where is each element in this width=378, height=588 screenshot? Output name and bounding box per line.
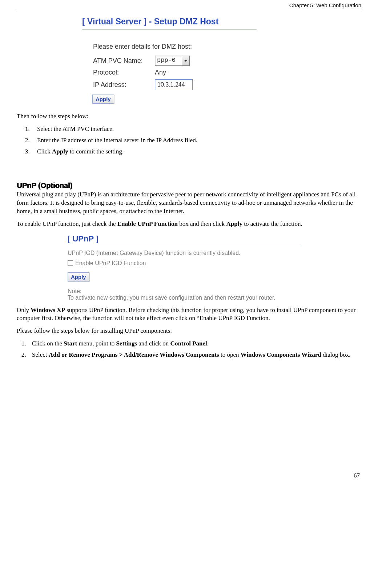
upnp-heading: UPnP (Optional) bbox=[17, 181, 361, 190]
step-a1: Select the ATM PVC interface. bbox=[31, 125, 361, 133]
chevron-down-icon[interactable] bbox=[182, 56, 189, 65]
enable-upnp-label: Enable UPnP IGD Function bbox=[75, 260, 146, 267]
upnp-note-heading: Note: bbox=[68, 288, 322, 295]
upnp-note: To activate new setting, you must save c… bbox=[68, 295, 322, 301]
ip-address-label: IP Address: bbox=[93, 81, 155, 89]
vs-title: [ Virtual Server ] - Setup DMZ Host bbox=[82, 17, 257, 30]
atm-pvc-value: ppp-0 bbox=[155, 56, 182, 65]
step-a2: Enter the IP address of the internal ser… bbox=[31, 136, 361, 145]
atm-pvc-label: ATM PVC Name: bbox=[93, 57, 155, 65]
step-a3: Click Apply to commit the setting. bbox=[31, 148, 361, 156]
ip-address-input[interactable] bbox=[155, 79, 193, 90]
upnp-enable-text: To enable UPnP function, just check the … bbox=[17, 220, 361, 228]
upnp-title: [ UPnP ] bbox=[68, 234, 300, 246]
upnp-description: Universal plug and play (UPnP) is an arc… bbox=[17, 191, 361, 216]
virtual-server-panel: [ Virtual Server ] - Setup DMZ Host Plea… bbox=[82, 17, 257, 104]
intro-then: Then follow the steps below: bbox=[17, 112, 361, 121]
atm-pvc-dropdown[interactable]: ppp-0 bbox=[155, 56, 190, 66]
protocol-label: Protocol: bbox=[93, 69, 155, 76]
vs-prompt: Please enter details for DMZ host: bbox=[93, 43, 192, 51]
steps-list-b: Click on the Start menu, point to Settin… bbox=[17, 340, 361, 359]
steps-list-a: Select the ATM PVC interface. Enter the … bbox=[17, 125, 361, 156]
follow-steps: Please follow the steps below for instal… bbox=[17, 327, 361, 335]
upnp-apply-button[interactable]: Apply bbox=[68, 272, 89, 281]
upnp-status: UPnP IGD (Internet Gateway Device) funct… bbox=[68, 250, 322, 256]
protocol-value: Any bbox=[155, 69, 166, 76]
windows-xp-text: Only Windows XP supports UPnP function. … bbox=[17, 306, 361, 323]
enable-upnp-checkbox[interactable] bbox=[68, 260, 73, 266]
chapter-header: Chapter 5: Web Configuration bbox=[17, 0, 361, 10]
apply-button[interactable]: Apply bbox=[92, 95, 114, 104]
step-b1: Click on the Start menu, point to Settin… bbox=[28, 340, 361, 348]
step-b2: Select Add or Remove Programs > Add/Remo… bbox=[28, 351, 361, 359]
upnp-panel: [ UPnP ] UPnP IGD (Internet Gateway Devi… bbox=[68, 234, 322, 301]
page-number: 67 bbox=[17, 472, 361, 479]
